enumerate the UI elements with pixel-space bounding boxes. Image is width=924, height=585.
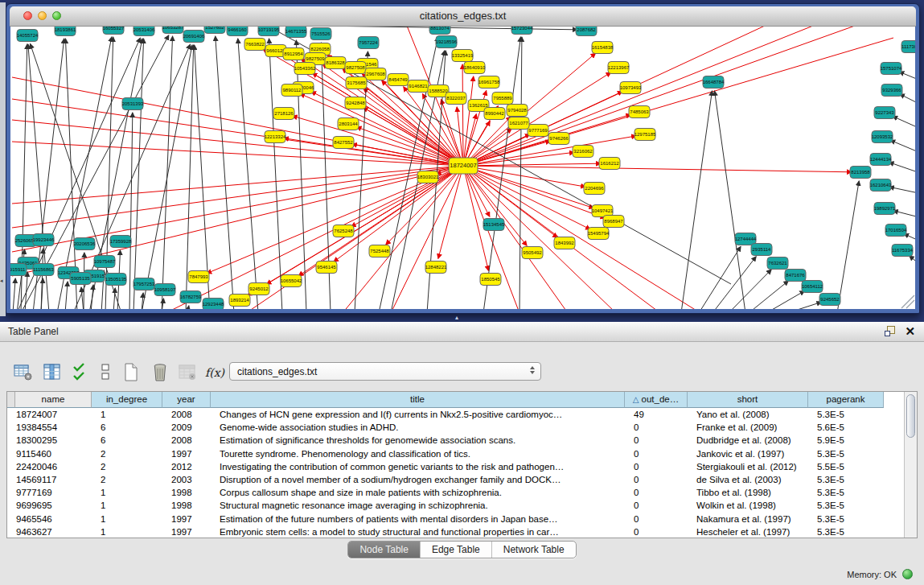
graph-node[interactable]: 1616212	[599, 158, 620, 170]
graph-node[interactable]: 15134545	[483, 219, 505, 231]
graph-node[interactable]: 15751074	[881, 63, 902, 75]
tab-network-table[interactable]: Network Table	[491, 542, 576, 558]
graph-node[interactable]: 9146821	[408, 80, 429, 93]
graph-node[interactable]: 8471676	[785, 270, 806, 282]
graph-edge[interactable]	[713, 257, 756, 309]
table-select-dropdown[interactable]: citations_edges.txt	[229, 362, 541, 381]
graph-edge[interactable]	[889, 187, 915, 194]
graph-node[interactable]: 8813074	[429, 27, 450, 35]
zoom-window-button[interactable]	[52, 11, 61, 20]
graph-node[interactable]: 10653287	[162, 27, 184, 34]
graph-edge[interactable]	[238, 39, 258, 309]
graph-node[interactable]: 8454749	[388, 74, 409, 86]
graph-node[interactable]: 9746266	[548, 133, 569, 145]
graph-node[interactable]: 2803144	[338, 118, 359, 130]
window-titlebar[interactable]: citations_edges.txt	[10, 6, 916, 27]
graph-node[interactable]: 19218596	[436, 36, 458, 48]
graph-node[interactable]: 20531393	[122, 98, 144, 110]
graph-node[interactable]: 17016504	[885, 225, 907, 237]
graph-node[interactable]: 8968947	[603, 216, 624, 228]
graph-node[interactable]: 9777169	[528, 125, 548, 137]
graph-edge[interactable]	[89, 39, 142, 309]
graph-node[interactable]: 17957253	[133, 278, 155, 290]
graph-node[interactable]: 10655042	[281, 275, 302, 287]
graph-edge[interactable]	[463, 166, 590, 229]
graph-node[interactable]: 7957224	[358, 37, 379, 49]
column-header-out_de[interactable]: △out_de…	[625, 392, 688, 408]
splitter-handle-icon[interactable]: ▴	[455, 314, 458, 321]
graph-edge[interactable]	[247, 166, 463, 295]
graph-edge[interactable]	[463, 166, 568, 309]
graph-edge[interactable]	[899, 72, 915, 81]
close-panel-icon[interactable]: ✕	[905, 323, 915, 340]
graph-node[interactable]: 5905135	[70, 273, 91, 285]
graph-node[interactable]: 16961758	[478, 76, 500, 89]
graph-node[interactable]: 3175685	[346, 77, 367, 89]
graph-node[interactable]: 2204696	[584, 183, 605, 195]
minimize-window-button[interactable]	[38, 11, 47, 20]
graph-edge[interactable]	[12, 166, 463, 276]
table-row[interactable]: 1938455462009Genome-wide association stu…	[7, 421, 917, 434]
graph-edge[interactable]	[91, 285, 93, 309]
graph-node[interactable]: 12975185	[634, 129, 656, 141]
column-header-pagerank[interactable]: pagerank	[808, 392, 884, 408]
graph-node[interactable]: 9242848	[345, 97, 366, 109]
graph-node[interactable]: 10958107	[154, 284, 176, 296]
column-header-title[interactable]: title	[211, 392, 625, 408]
graph-node[interactable]: 10719195	[258, 27, 280, 36]
graph-node[interactable]: 17359928	[110, 236, 132, 248]
graph-node[interactable]: 7525448	[369, 245, 390, 257]
graph-edge[interactable]	[463, 27, 813, 166]
graph-node[interactable]: 1621077	[508, 117, 529, 130]
graph-edge[interactable]	[334, 166, 463, 262]
graph-node[interactable]: 15723044	[511, 27, 533, 35]
graph-edge[interactable]	[463, 163, 601, 166]
graph-edge[interactable]	[837, 181, 859, 309]
graph-node[interactable]: 8990442	[484, 108, 505, 120]
graph-edge[interactable]	[195, 45, 210, 309]
function-builder-button[interactable]: f(x)	[203, 360, 227, 385]
graph-node[interactable]: 9466160	[227, 27, 248, 36]
table-row[interactable]: 911546021997Tourette syndrome. Phenomeno…	[7, 447, 917, 460]
graph-node[interactable]: 10975487	[94, 256, 116, 268]
graph-node[interactable]: 16210643	[870, 179, 892, 192]
graph-node[interactable]: 1843992	[554, 237, 575, 249]
delete-selected-rows-button[interactable]	[148, 360, 172, 385]
graph-node[interactable]: 16055327	[103, 27, 125, 35]
graph-edge[interactable]	[900, 94, 915, 105]
graph-edge[interactable]	[729, 270, 771, 309]
table-row[interactable]: 977716911998Corpus callosum shape and si…	[7, 486, 917, 499]
graph-edge[interactable]	[463, 166, 594, 208]
float-panel-icon[interactable]	[885, 326, 895, 336]
graph-node[interactable]: 7632621	[767, 257, 788, 270]
graph-edge[interactable]	[519, 37, 522, 309]
graph-node[interactable]: 11156863	[33, 264, 55, 276]
graph-node[interactable]: 14671355	[285, 27, 307, 38]
graph-node[interactable]: 16154838	[592, 42, 614, 54]
graph-node[interactable]: 9227343	[874, 107, 895, 119]
graph-edge[interactable]	[162, 36, 173, 309]
graph-edge[interactable]	[681, 91, 712, 309]
graph-node[interactable]: 8912954	[283, 48, 304, 60]
graph-node[interactable]: 3216062	[573, 146, 593, 158]
graph-node[interactable]: 19892971	[874, 203, 896, 215]
tab-edge-table[interactable]: Edge Table	[420, 542, 491, 558]
graph-node[interactable]: 2935114	[751, 244, 772, 256]
scrollbar-thumb[interactable]	[906, 394, 915, 438]
graph-node[interactable]: 9827508	[345, 62, 366, 74]
graph-node[interactable]: 2087682	[576, 27, 597, 36]
table-row[interactable]: 969969511998Structural magnetic resonanc…	[7, 499, 917, 512]
graph-node[interactable]: 1527602	[204, 27, 225, 34]
graph-edge[interactable]	[133, 39, 144, 309]
graph-node[interactable]: 18193861	[55, 27, 76, 36]
graph-edge[interactable]	[462, 64, 463, 166]
graph-edge[interactable]	[186, 45, 194, 309]
table-row[interactable]: 1872400712008Changes of HCN gene express…	[7, 408, 917, 421]
graph-edge[interactable]	[216, 36, 234, 309]
graph-node[interactable]: 10654112	[802, 281, 823, 293]
show-columns-button[interactable]	[40, 360, 64, 385]
graph-node[interactable]: 11675334	[892, 245, 914, 257]
graph-edge[interactable]	[463, 166, 700, 309]
graph-node[interactable]: 2967608	[365, 68, 386, 80]
graph-edge[interactable]	[142, 45, 192, 309]
